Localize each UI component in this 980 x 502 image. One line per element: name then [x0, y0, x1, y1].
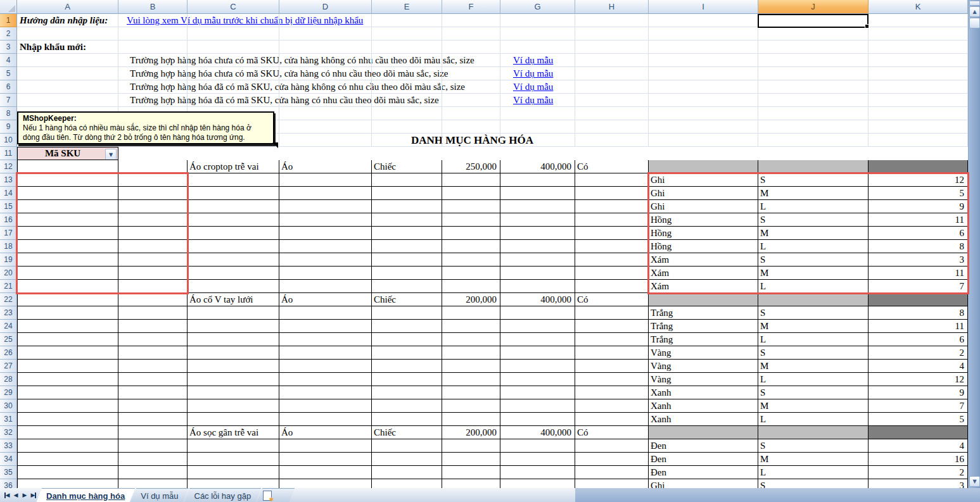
row-header-3[interactable]: 3	[0, 41, 17, 54]
cell-B28[interactable]	[118, 373, 188, 386]
cell-H15[interactable]	[575, 200, 649, 213]
cell-C4[interactable]	[188, 54, 279, 67]
cell-K29[interactable]: 9	[869, 386, 968, 399]
cell-G34[interactable]	[500, 453, 575, 466]
cell-F2[interactable]	[442, 27, 500, 41]
cell-K21[interactable]: 7	[869, 280, 968, 293]
cell-D24[interactable]	[279, 320, 372, 333]
cell-C24[interactable]	[188, 320, 279, 333]
cell-J18[interactable]: L	[758, 240, 869, 253]
cell-A4[interactable]	[17, 54, 118, 67]
cell-J23[interactable]: S	[758, 306, 869, 320]
cell-F5[interactable]	[442, 67, 500, 80]
cell-E31[interactable]	[372, 413, 442, 426]
cell-H34[interactable]	[575, 453, 649, 466]
cell-F9[interactable]	[442, 120, 500, 134]
cell-A13[interactable]	[17, 173, 118, 187]
cell-G17[interactable]	[500, 227, 575, 240]
column-header-J[interactable]: J	[758, 0, 869, 14]
cell-G27[interactable]	[500, 360, 575, 373]
column-header-K[interactable]: K	[869, 0, 968, 14]
cell-E22[interactable]: Chiếc	[372, 293, 442, 306]
cell-E33[interactable]	[372, 439, 442, 453]
cell-K33[interactable]: 4	[869, 439, 968, 453]
cell-F4[interactable]	[442, 54, 500, 67]
cell-F14[interactable]	[442, 187, 500, 200]
cell-H6[interactable]	[575, 80, 649, 94]
cell-F7[interactable]	[442, 94, 500, 107]
header-cell-m-sku[interactable]: Mã SKU▼	[17, 147, 118, 160]
cell-B13[interactable]	[118, 173, 188, 187]
cell-A34[interactable]	[17, 453, 118, 466]
cell-F35[interactable]	[442, 466, 500, 479]
cell-D10[interactable]	[279, 134, 372, 147]
cell-E18[interactable]	[372, 240, 442, 253]
cell-G32[interactable]: 400,000	[500, 426, 575, 439]
cell-C15[interactable]	[188, 200, 279, 213]
cell-D6[interactable]	[279, 80, 372, 94]
cell-D4[interactable]	[279, 54, 372, 67]
cell-C32[interactable]: Áo sọc gân trễ vai	[188, 426, 279, 439]
cell-D21[interactable]	[279, 280, 372, 293]
cell-H25[interactable]	[575, 333, 649, 346]
cell-H26[interactable]	[575, 346, 649, 360]
cell-J9[interactable]	[758, 120, 869, 134]
cell-J13[interactable]: S	[758, 173, 869, 187]
previous-sheet-button[interactable]: ◀	[11, 490, 20, 500]
scroll-up-button[interactable]: ▲	[969, 6, 980, 17]
cell-K30[interactable]: 7	[869, 399, 968, 413]
cell-G26[interactable]	[500, 346, 575, 360]
cell-E16[interactable]	[372, 213, 442, 227]
last-sheet-button[interactable]: ▶	[29, 490, 38, 500]
cell-I32[interactable]	[649, 426, 758, 439]
cell-H24[interactable]	[575, 320, 649, 333]
cell-E27[interactable]	[372, 360, 442, 373]
cell-D16[interactable]	[279, 213, 372, 227]
row-header-16[interactable]: 16	[0, 213, 17, 227]
cell-I23[interactable]: Trắng	[649, 306, 758, 320]
cell-C6[interactable]	[188, 80, 279, 94]
cell-J15[interactable]: L	[758, 200, 869, 213]
row-header-25[interactable]: 25	[0, 333, 17, 346]
cell-G10[interactable]	[500, 134, 575, 147]
column-header-B[interactable]: B	[118, 0, 188, 14]
row-header-20[interactable]: 20	[0, 267, 17, 280]
cell-D36[interactable]	[279, 479, 372, 488]
cell-B26[interactable]	[118, 346, 188, 360]
row-header-21[interactable]: 21	[0, 280, 17, 293]
cell-C28[interactable]	[188, 373, 279, 386]
vertical-scrollbar[interactable]: ▲ ▼	[968, 0, 980, 488]
cell-D8[interactable]	[279, 107, 372, 120]
cell-H36[interactable]	[575, 479, 649, 488]
row-header-10[interactable]: 10	[0, 134, 17, 147]
cell-E24[interactable]	[372, 320, 442, 333]
cell-C2[interactable]	[188, 27, 279, 41]
cell-E20[interactable]	[372, 267, 442, 280]
filter-dropdown-icon[interactable]: ▼	[105, 149, 117, 160]
cell-I33[interactable]: Đen	[649, 439, 758, 453]
cell-B29[interactable]	[118, 386, 188, 399]
row-header-33[interactable]: 33	[0, 439, 17, 453]
cell-A20[interactable]	[17, 267, 118, 280]
cell-F20[interactable]	[442, 267, 500, 280]
cell-E30[interactable]	[372, 399, 442, 413]
cell-A30[interactable]	[17, 399, 118, 413]
cell-F32[interactable]: 200,000	[442, 426, 500, 439]
cell-H27[interactable]	[575, 360, 649, 373]
cell-D5[interactable]	[279, 67, 372, 80]
tab-v-d-m-u[interactable]: Ví dụ mẫu	[130, 488, 188, 502]
cell-H8[interactable]	[575, 107, 649, 120]
cell-H13[interactable]	[575, 173, 649, 187]
cell-I5[interactable]	[649, 67, 758, 80]
cell-D27[interactable]	[279, 360, 372, 373]
cell-E4[interactable]	[372, 54, 442, 67]
cell-G24[interactable]	[500, 320, 575, 333]
cell-K23[interactable]: 8	[869, 306, 968, 320]
cell-I14[interactable]: Ghi	[649, 187, 758, 200]
row-header-4[interactable]: 4	[0, 54, 17, 67]
cell-K20[interactable]: 11	[869, 267, 968, 280]
cell-H4[interactable]	[575, 54, 649, 67]
cell-J25[interactable]: L	[758, 333, 869, 346]
cell-I19[interactable]: Xám	[649, 253, 758, 267]
cell-G18[interactable]	[500, 240, 575, 253]
